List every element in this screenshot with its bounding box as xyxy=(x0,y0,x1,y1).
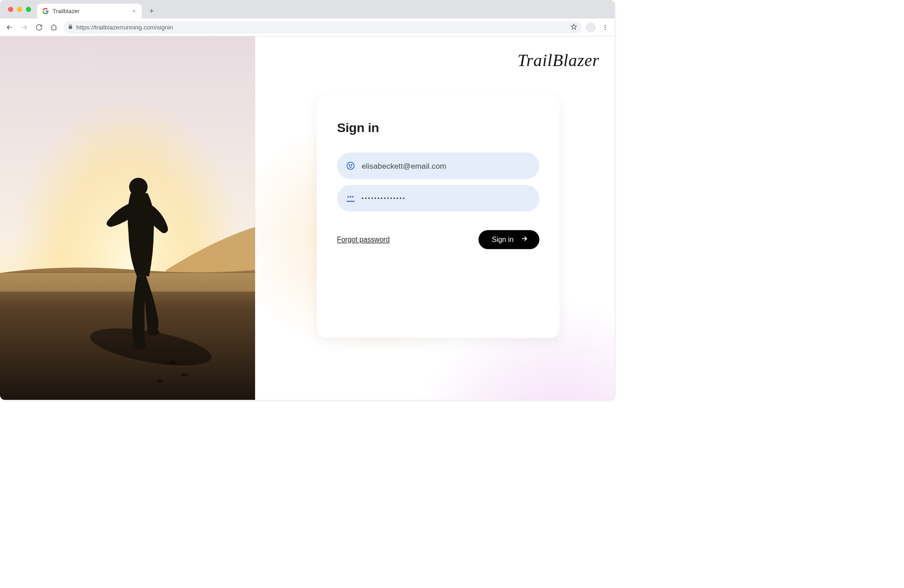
signin-pane: TrailBlazer Sign in xyxy=(255,36,615,400)
reload-button[interactable] xyxy=(34,22,44,33)
page-content: TrailBlazer Sign in xyxy=(0,36,615,400)
email-field-wrapper[interactable] xyxy=(337,152,539,179)
svg-point-0 xyxy=(605,25,606,26)
kebab-menu-button[interactable] xyxy=(600,22,611,33)
bookmark-star-icon[interactable] xyxy=(570,23,577,31)
signin-button-label: Sign in xyxy=(492,236,514,244)
window-controls xyxy=(5,0,38,19)
tab-close-button[interactable] xyxy=(131,8,137,14)
signin-button[interactable]: Sign in xyxy=(478,230,540,249)
back-button[interactable] xyxy=(5,22,15,33)
tab-title: Trailblazer xyxy=(52,8,128,14)
svg-point-12 xyxy=(156,379,163,383)
svg-point-2 xyxy=(605,28,606,29)
svg-point-11 xyxy=(181,373,188,376)
signin-heading: Sign in xyxy=(337,121,539,136)
svg-point-15 xyxy=(351,165,352,166)
svg-point-9 xyxy=(147,329,159,336)
forgot-password-link[interactable]: Forgot password xyxy=(337,236,389,244)
password-field-wrapper[interactable]: *** xyxy=(337,185,539,211)
svg-point-1 xyxy=(605,27,606,28)
home-button[interactable] xyxy=(48,22,59,33)
svg-point-13 xyxy=(347,162,354,170)
browser-window: Trailblazer https://trailblazerrunning.c… xyxy=(0,0,615,400)
svg-rect-5 xyxy=(0,273,255,292)
arrow-right-icon xyxy=(521,235,529,245)
url-text: https://trailblazerrunning.com/signin xyxy=(76,24,568,31)
svg-point-10 xyxy=(169,360,176,364)
password-input[interactable] xyxy=(362,195,530,201)
brand-logo: TrailBlazer xyxy=(517,51,599,71)
hero-image xyxy=(0,36,255,400)
svg-point-8 xyxy=(132,341,146,349)
svg-point-14 xyxy=(349,165,350,166)
password-icon: *** xyxy=(346,194,355,203)
favicon-icon xyxy=(42,8,49,14)
browser-toolbar: https://trailblazerrunning.com/signin xyxy=(0,19,615,36)
profile-avatar[interactable] xyxy=(586,22,596,32)
window-maximize-button[interactable] xyxy=(26,7,31,12)
signin-card: Sign in *** xyxy=(317,95,559,337)
forward-button[interactable] xyxy=(19,22,29,33)
tab-bar: Trailblazer xyxy=(0,0,615,19)
browser-tab[interactable]: Trailblazer xyxy=(37,4,142,19)
email-input[interactable] xyxy=(362,161,530,171)
lock-icon xyxy=(68,24,73,31)
user-icon xyxy=(346,161,355,170)
new-tab-button[interactable] xyxy=(146,5,158,17)
signin-actions: Forgot password Sign in xyxy=(337,230,539,249)
window-minimize-button[interactable] xyxy=(17,7,22,12)
window-close-button[interactable] xyxy=(8,7,14,12)
address-bar[interactable]: https://trailblazerrunning.com/signin xyxy=(63,21,582,33)
